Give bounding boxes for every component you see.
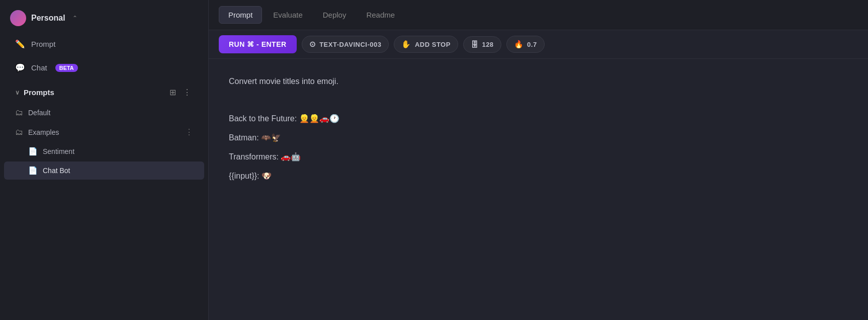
- chat-icon: 💬: [15, 63, 25, 72]
- tab-prompt[interactable]: Prompt: [219, 6, 262, 24]
- file-sentiment[interactable]: 📄 Sentiment: [4, 142, 204, 161]
- sidebar-item-chat-label: Chat: [31, 63, 47, 72]
- folder-examples[interactable]: 🗂 Examples ⋮: [4, 123, 204, 141]
- sidebar: Personal ⌃ ✏️ Prompt 💬 Chat BETA ∨ Promp…: [0, 0, 209, 320]
- tab-evaluate[interactable]: Evaluate: [264, 7, 311, 23]
- prompts-section-header: ∨ Prompts ⊞ ⋮: [4, 82, 204, 103]
- prompts-more-button[interactable]: ⋮: [181, 87, 193, 98]
- hand-icon: ✋: [401, 40, 411, 49]
- file-icon: 📄: [28, 166, 38, 175]
- content-line-transformers: Transformers: 🚗🤖: [229, 149, 848, 165]
- content-line-input: {{input}}: 🐶: [229, 168, 848, 184]
- folder-default-label: Default: [28, 109, 50, 117]
- pencil-icon: ✏️: [15, 39, 25, 49]
- file-sentiment-label: Sentiment: [43, 147, 74, 155]
- model-selector[interactable]: ⊙ TEXT-DAVINCI-003: [302, 36, 389, 53]
- temperature-icon: 🔥: [514, 40, 524, 49]
- toolbar: RUN ⌘ - ENTER ⊙ TEXT-DAVINCI-003 ✋ ADD S…: [209, 30, 868, 59]
- tab-readme[interactable]: Readme: [357, 7, 404, 23]
- file-chat-bot[interactable]: 📄 Chat Bot: [4, 162, 204, 180]
- file-chat-bot-label: Chat Bot: [43, 167, 70, 175]
- tokens-control[interactable]: 🗄 128: [463, 36, 501, 53]
- add-prompt-button[interactable]: ⊞: [167, 87, 178, 98]
- temperature-value: 0.7: [527, 41, 537, 48]
- content-text: Convert movie titles into emoji. Back to…: [229, 74, 848, 184]
- content-area: Convert movie titles into emoji. Back to…: [209, 59, 868, 320]
- content-line-batman: Batman: 🦇🦅: [229, 130, 848, 146]
- tab-deploy[interactable]: Deploy: [314, 7, 356, 23]
- model-label: TEXT-DAVINCI-003: [319, 41, 381, 48]
- folder-examples-label: Examples: [28, 128, 59, 136]
- folder-icon: 🗂: [15, 128, 23, 137]
- top-tabs: Prompt Evaluate Deploy Readme: [209, 0, 868, 30]
- folder-icon: 🗂: [15, 108, 23, 117]
- account-name: Personal: [31, 14, 65, 23]
- section-actions: ⊞ ⋮: [167, 87, 193, 98]
- avatar: [10, 10, 26, 26]
- sidebar-item-prompt-label: Prompt: [31, 40, 55, 48]
- temperature-control[interactable]: 🔥 0.7: [506, 36, 545, 53]
- chevron-expand-icon[interactable]: ∨: [15, 89, 20, 96]
- account-header[interactable]: Personal ⌃: [0, 4, 208, 32]
- tokens-value: 128: [482, 41, 493, 48]
- beta-badge: BETA: [55, 64, 78, 72]
- file-icon: 📄: [28, 147, 38, 156]
- examples-more-button[interactable]: ⋮: [185, 127, 193, 137]
- sidebar-item-prompt[interactable]: ✏️ Prompt: [4, 33, 204, 55]
- content-spacer: [229, 92, 848, 107]
- stop-label: ADD STOP: [415, 41, 451, 48]
- chevron-down-icon: ⌃: [72, 15, 77, 22]
- folder-default[interactable]: 🗂 Default: [4, 104, 204, 122]
- stop-button[interactable]: ✋ ADD STOP: [394, 36, 458, 53]
- sidebar-item-chat[interactable]: 💬 Chat BETA: [4, 57, 204, 78]
- content-line-back-to-future: Back to the Future: 👱👱🚗🕐: [229, 111, 848, 127]
- prompts-section-label: Prompts: [24, 88, 54, 97]
- model-icon: ⊙: [309, 40, 316, 49]
- run-button[interactable]: RUN ⌘ - ENTER: [219, 35, 297, 53]
- tokens-icon: 🗄: [471, 40, 479, 49]
- main-content: Prompt Evaluate Deploy Readme RUN ⌘ - EN…: [209, 0, 868, 320]
- content-intro: Convert movie titles into emoji.: [229, 74, 848, 89]
